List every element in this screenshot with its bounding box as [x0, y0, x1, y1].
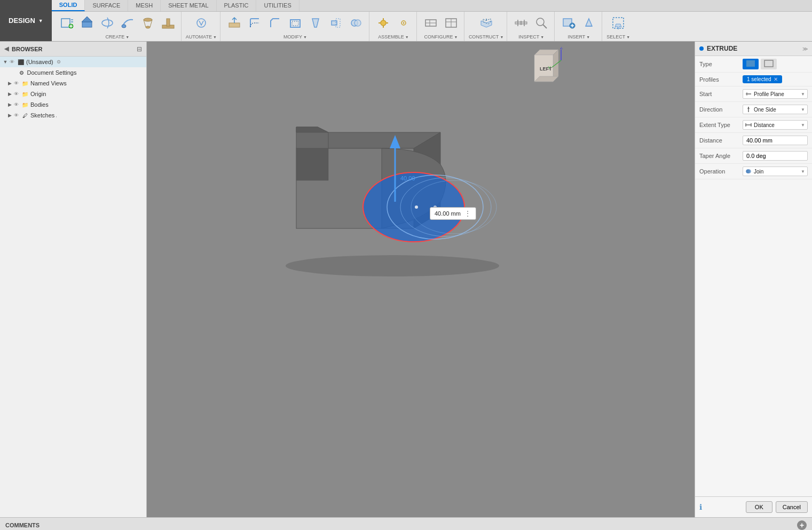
tree-item-bodies[interactable]: ▶ 👁 📁 Bodies — [0, 99, 146, 110]
tree-item-sketches[interactable]: ▶ 👁 🖊 Sketches , — [0, 110, 146, 121]
sweep-button[interactable] — [118, 13, 137, 33]
type-btn-surface[interactable] — [761, 59, 777, 69]
configure-btn2[interactable] — [442, 13, 461, 33]
svg-rect-6 — [82, 22, 92, 27]
automate-dropdown-icon[interactable]: ▼ — [213, 35, 217, 39]
create-dropdown-icon[interactable]: ▼ — [125, 35, 129, 39]
tab-solid[interactable]: SOLID — [52, 0, 85, 11]
tree-item-named-views[interactable]: ▶ 👁 📁 Named Views — [0, 78, 146, 89]
inspect-group-label: INSPECT — [518, 34, 539, 39]
dimension-menu-icon[interactable]: ⋮ — [464, 209, 471, 218]
svg-point-70 — [415, 205, 418, 209]
shell-button[interactable] — [286, 13, 305, 33]
sketches-icon: 🖊 — [21, 111, 29, 120]
named-views-visibility-icon[interactable]: 👁 — [14, 81, 19, 86]
select-btn1[interactable] — [609, 13, 628, 33]
cancel-button[interactable]: Cancel — [776, 501, 808, 513]
dimension-label[interactable]: 40.00 mm ⋮ — [430, 207, 476, 220]
tab-mesh[interactable]: MESH — [128, 0, 161, 11]
browser-collapse-icon[interactable]: ⊟ — [137, 45, 142, 53]
bodies-visibility-icon[interactable]: 👁 — [14, 102, 19, 107]
create-buttons — [57, 13, 178, 33]
profiles-clear-icon[interactable]: ✕ — [774, 76, 778, 82]
tool-group-select: SELECT ▼ — [603, 12, 633, 41]
extrude-dot-icon — [699, 46, 704, 51]
offset-plane-button[interactable] — [477, 13, 496, 33]
inspect-btn2[interactable] — [532, 13, 551, 33]
unsaved-settings-icon[interactable]: ⚙ — [57, 59, 61, 65]
insert-dropdown-icon[interactable]: ▼ — [586, 35, 590, 39]
select-label-row: SELECT ▼ — [606, 34, 630, 39]
type-btn-solid[interactable] — [743, 59, 759, 69]
extrude-start-row: Start Profile Plane ▼ — [695, 86, 812, 102]
select-dropdown-icon[interactable]: ▼ — [626, 35, 630, 39]
tree-item-root[interactable]: ▼ 👁 ⬛ (Unsaved) ⚙ — [0, 57, 146, 67]
construct-group-inner: CONSTRUCT ▼ — [469, 13, 503, 39]
extent-type-value: Distance — [754, 122, 775, 128]
insert-btn1[interactable] — [559, 13, 578, 33]
tree-item-doc-settings[interactable]: ⚙ Document Settings — [0, 67, 146, 78]
combine-button[interactable] — [346, 13, 366, 33]
tab-sheet-metal[interactable]: SHEET METAL — [161, 0, 216, 11]
root-visibility-icon[interactable]: 👁 — [10, 59, 14, 65]
orientation-cube[interactable]: LEFT Z Y — [521, 47, 566, 90]
svg-point-10 — [144, 18, 152, 21]
draft-button[interactable] — [306, 13, 325, 33]
joint-origin-button[interactable] — [394, 13, 413, 33]
root-arrow-icon: ▼ — [2, 59, 9, 65]
origin-icon: 📁 — [21, 90, 29, 98]
press-pull-button[interactable] — [225, 13, 244, 33]
extrude-direction-row: Direction One Side ▼ — [695, 102, 812, 117]
profiles-chip[interactable]: 1 selected ✕ — [743, 75, 782, 83]
insert-btn2[interactable] — [579, 13, 598, 33]
extrude-button[interactable] — [77, 13, 97, 33]
start-label: Start — [699, 91, 739, 97]
svg-point-9 — [122, 25, 126, 28]
chamfer-button[interactable] — [265, 13, 285, 33]
tab-plastic[interactable]: PLASTIC — [217, 0, 257, 11]
ok-button[interactable]: OK — [746, 501, 772, 513]
comments-bar: COMMENTS + — [0, 517, 812, 530]
assemble-buttons — [374, 13, 413, 33]
sketches-visibility-icon[interactable]: 👁 — [14, 113, 19, 118]
taper-angle-input[interactable] — [743, 151, 808, 161]
new-component-button[interactable] — [57, 13, 76, 33]
tab-utilities[interactable]: UTILITIES — [256, 0, 299, 11]
joint-button[interactable] — [374, 13, 393, 33]
direction-select[interactable]: One Side ▼ — [743, 105, 808, 114]
inspect-dropdown-icon[interactable]: ▼ — [540, 35, 544, 39]
taper-control — [743, 151, 808, 161]
extrude-info-icon[interactable]: ℹ — [699, 503, 702, 511]
loft-button[interactable] — [138, 13, 157, 33]
profiles-value: 1 selected — [747, 76, 771, 82]
scale-button[interactable] — [326, 13, 345, 33]
configure-btn1[interactable] — [421, 13, 440, 33]
construct-dropdown-icon[interactable]: ▼ — [500, 35, 503, 39]
fillet-button[interactable] — [245, 13, 264, 33]
extent-type-label: Extent Type — [699, 122, 739, 128]
origin-visibility-icon[interactable]: 👁 — [14, 91, 19, 97]
assemble-dropdown-icon[interactable]: ▼ — [405, 35, 409, 39]
tab-surface[interactable]: SURFACE — [85, 0, 128, 11]
tree-item-origin[interactable]: ▶ 👁 📁 Origin — [0, 89, 146, 99]
browser-back-icon[interactable]: ◀ — [4, 45, 9, 52]
extent-type-select[interactable]: Distance ▼ — [743, 120, 808, 130]
svg-rect-75 — [746, 60, 755, 67]
revolve-button[interactable] — [98, 13, 117, 33]
extrude-expand-icon[interactable]: ≫ — [802, 46, 808, 52]
measure-button[interactable] — [511, 13, 531, 33]
operation-select[interactable]: Join ▼ — [743, 167, 808, 176]
viewport[interactable]: LEFT Z Y — [147, 42, 695, 517]
distance-input[interactable] — [743, 136, 808, 145]
inspect-buttons — [511, 13, 551, 33]
design-button[interactable]: DESIGN ▼ — [0, 0, 52, 41]
configure-dropdown-icon[interactable]: ▼ — [454, 35, 458, 39]
add-comment-button[interactable]: + — [797, 520, 807, 530]
distance-control — [743, 136, 808, 145]
extent-type-dropdown-icon: ▼ — [801, 123, 805, 128]
start-select[interactable]: Profile Plane ▼ — [743, 89, 808, 99]
automate-btn[interactable] — [192, 13, 211, 33]
svg-line-43 — [543, 25, 547, 28]
modify-dropdown-icon[interactable]: ▼ — [303, 35, 307, 39]
rib-button[interactable] — [159, 13, 178, 33]
